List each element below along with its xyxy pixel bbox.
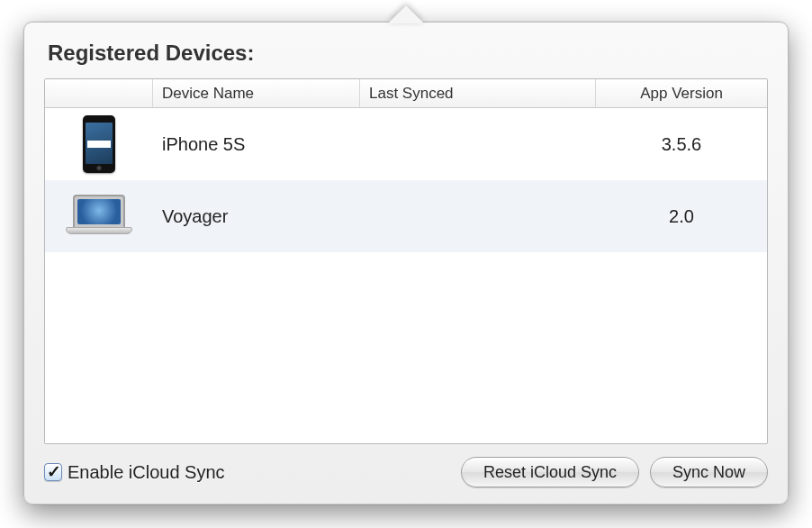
device-name: Voyager: [153, 180, 360, 252]
table-row[interactable]: Voyager2.0: [45, 180, 767, 252]
col-header-app-version[interactable]: App Version: [596, 79, 767, 107]
table-row[interactable]: iPhone 5S3.5.6: [45, 108, 767, 180]
reset-icloud-sync-button[interactable]: Reset iCloud Sync: [461, 457, 639, 487]
enable-icloud-sync-checkbox[interactable]: [44, 463, 62, 481]
devices-table: Device Name Last Synced App Version iPho…: [44, 78, 768, 444]
device-last-synced: [360, 108, 596, 180]
table-body: iPhone 5S3.5.6Voyager2.0: [45, 108, 767, 443]
enable-icloud-sync-label: Enable iCloud Sync: [68, 462, 225, 483]
device-icon-cell: [45, 180, 153, 252]
col-header-device-name[interactable]: Device Name: [153, 79, 360, 107]
device-app-version: 3.5.6: [596, 108, 767, 180]
enable-icloud-sync-option[interactable]: Enable iCloud Sync: [44, 462, 450, 483]
popover-arrow: [388, 5, 424, 23]
device-app-version: 2.0: [596, 180, 767, 252]
sync-now-button[interactable]: Sync Now: [650, 457, 768, 487]
col-header-icon[interactable]: [45, 79, 153, 107]
device-icon-cell: [45, 108, 153, 180]
registered-devices-popover: Registered Devices: Device Name Last Syn…: [23, 22, 789, 505]
footer: Enable iCloud Sync Reset iCloud Sync Syn…: [44, 457, 768, 487]
panel-title: Registered Devices:: [48, 41, 764, 66]
device-name: iPhone 5S: [153, 108, 360, 180]
device-last-synced: [360, 180, 596, 252]
iphone-icon: [83, 115, 115, 173]
table-header: Device Name Last Synced App Version: [45, 79, 767, 108]
col-header-last-synced[interactable]: Last Synced: [360, 79, 596, 107]
macbook-icon: [66, 195, 132, 238]
